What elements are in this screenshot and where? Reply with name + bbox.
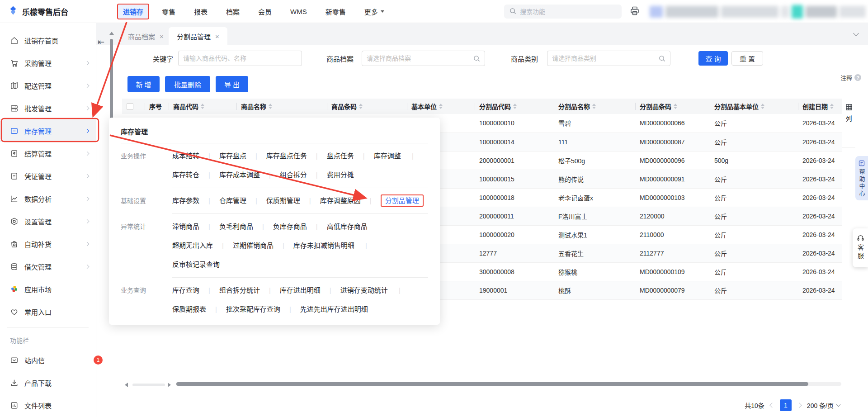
category-input[interactable] [552,55,656,62]
sidebar-item-inventory[interactable]: 库存管理 [0,119,96,142]
scroll-up-arrow[interactable] [109,32,114,35]
sort-icon[interactable] [201,104,204,109]
menu-item[interactable]: 库存查询 [172,286,219,294]
col-split-name[interactable]: 分割品名称 [554,99,635,114]
archive-field[interactable] [362,51,485,66]
menu-item[interactable]: 反审核记录查询 [172,261,220,268]
column-settings-button[interactable]: 列 [842,99,855,147]
nav-item-dangan[interactable]: 档案 [220,4,245,19]
page-size-select[interactable]: 200 条/页 [807,401,840,410]
col-seq[interactable]: 序号 [145,99,169,114]
menu-item[interactable]: 先进先出库存进出明细 [300,305,368,313]
menu-item[interactable]: 库存未扣减销售明细 [293,242,354,249]
sidebar-item-delivery[interactable]: 配送管理 [0,74,96,97]
menu-item[interactable]: 超期无出入库 [172,242,233,249]
sidebar-item-app-market[interactable]: 应用市场 [0,278,96,300]
menu-item[interactable]: 进销存变动统计 [340,286,388,294]
sidebar-item-purchase[interactable]: 采购管理 [0,52,96,74]
scroll-left-arrow[interactable] [125,383,128,387]
menu-item[interactable]: 库存转仓 [172,171,219,179]
menu-item[interactable]: 滞销商品 [172,223,219,230]
col-split-barcode[interactable]: 分割品条码 [635,99,710,114]
keyword-field[interactable] [178,51,302,66]
query-button[interactable]: 查 询 [698,51,728,66]
frozen-scroll-track[interactable] [132,384,165,386]
menu-item[interactable]: 库存盘点任务 [266,152,327,160]
menu-item[interactable]: 库存调整 [374,152,401,160]
customer-service-widget[interactable]: 客服 [853,228,868,267]
select-all-checkbox[interactable] [127,103,133,110]
help-circle-icon[interactable] [854,74,861,81]
menu-item[interactable]: 库存盘点 [219,152,266,160]
menu-item[interactable]: 保质期报表 [172,305,226,313]
function-search[interactable] [504,5,622,19]
sidebar-item-file-list[interactable]: 文件列表 [0,394,96,417]
menu-item[interactable]: 组合拆分统计 [219,286,280,294]
sidebar-item-replenish[interactable]: 自动补货 [0,232,96,255]
nav-item-lingshou[interactable]: 零售 [156,4,181,19]
reset-button[interactable]: 重 置 [731,51,763,66]
menu-item[interactable]: 保质期管理 [266,197,320,204]
col-created[interactable]: 创建日期 [798,99,842,114]
category-field[interactable] [547,51,670,66]
sort-icon[interactable] [513,104,517,109]
menu-item[interactable]: 批次采配库存查询 [226,305,300,313]
nav-item-baobiao[interactable]: 报表 [188,4,213,19]
nav-item-huiyuan[interactable]: 会员 [252,4,278,19]
sort-icon[interactable] [359,104,363,109]
batch-delete-button[interactable]: 批量删除 [165,76,210,92]
menu-item[interactable]: 费用分摊 [327,171,354,179]
col-goods-code[interactable]: 商品代码 [169,99,236,114]
menu-item[interactable]: 库存参数 [172,197,219,204]
scroll-right-arrow[interactable] [168,383,171,387]
sort-icon[interactable] [761,104,764,109]
nav-item-wms[interactable]: WMS [284,5,313,19]
sidebar-item-voucher[interactable]: 凭证管理 [0,165,96,187]
sidebar-item-wholesale[interactable]: 批发管理 [0,97,96,119]
sort-icon[interactable] [830,104,834,109]
col-split-unit[interactable]: 分割品基本单位 [710,99,798,114]
menu-item[interactable]: 负库存商品 [273,223,327,230]
close-icon[interactable] [215,33,219,40]
nav-item-jinxiaocun[interactable]: 进销存 [117,4,149,19]
menu-item[interactable]: 高低库存商品 [327,223,368,230]
menu-item[interactable]: 组合拆分 [280,171,327,179]
menu-item[interactable]: 过期催销商品 [233,242,293,249]
next-page-icon[interactable] [797,403,802,408]
horizontal-scrollbar[interactable] [176,382,808,386]
col-goods-barcode[interactable]: 商品条码 [327,99,407,114]
search-input[interactable] [520,8,601,15]
sort-icon[interactable] [269,104,272,109]
menu-item[interactable]: 库存进出明细 [280,286,340,294]
sort-icon[interactable] [439,104,443,109]
tab-goods-archive[interactable]: 商品档案 [120,27,172,45]
printer-icon[interactable] [630,6,640,17]
sidebar-item-favorites[interactable]: 常用入口 [0,300,96,323]
tabs-chevron-down-icon[interactable] [853,30,859,36]
close-icon[interactable] [160,33,164,40]
menu-item[interactable]: 仓库管理 [219,197,266,204]
sidebar-collapse-icon[interactable] [98,37,104,47]
menu-item[interactable]: 负毛利商品 [219,223,273,230]
sidebar-item-debt[interactable]: 借欠管理 [0,255,96,278]
sidebar-item-settings[interactable]: 设置管理 [0,210,96,232]
archive-input[interactable] [367,55,471,62]
menu-item[interactable]: 盘点任务 [327,152,374,160]
export-button[interactable]: 导 出 [216,76,248,92]
col-split-code[interactable]: 分割品代码 [475,99,554,114]
sidebar-item-home[interactable]: 进销存首页 [0,29,96,52]
nav-item-xinlingshou[interactable]: 新零售 [320,4,352,19]
menu-item-split-goods-management[interactable]: 分割品管理 [381,194,424,207]
col-goods-name[interactable]: 商品名称 [236,99,327,114]
sidebar-item-messages[interactable]: 站内信 1 [0,349,96,371]
sidebar-item-analytics[interactable]: 数据分析 [0,187,96,210]
help-center-widget[interactable]: 帮助中心 [855,156,868,200]
tab-split-goods[interactable]: 分割品管理 [169,27,227,45]
sort-icon[interactable] [674,104,677,109]
add-button[interactable]: 新 增 [127,76,160,92]
col-base-unit[interactable]: 基本单位 [407,99,475,114]
menu-item[interactable]: 库存成本调整 [219,171,280,179]
menu-item[interactable]: 库存调整原因 [320,197,381,204]
sort-icon[interactable] [592,104,596,109]
sidebar-item-product-download[interactable]: 产品下载 [0,371,96,394]
